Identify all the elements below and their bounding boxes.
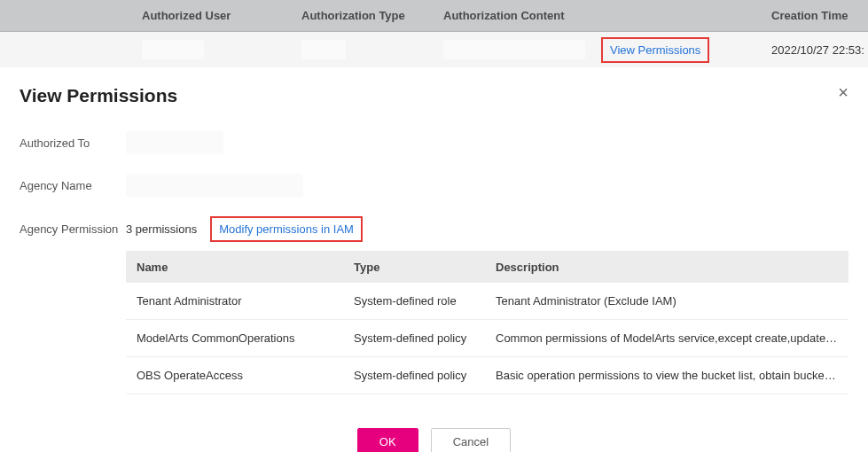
header-authorized-user: Authorized User [142,9,301,22]
header-authorization-content: Authorization Content [443,9,771,22]
table-row: View Permissions 2022/10/27 22:53: [0,32,868,67]
permissions-table: Name Type Description Tenant Administrat… [126,251,848,394]
table-row: OBS OperateAccess System-defined policy … [126,357,848,394]
perm-type: System-defined policy [343,369,485,382]
perm-description: Common permissions of ModelArts service,… [485,331,848,345]
perm-name: OBS OperateAccess [126,369,343,382]
dialog-title: View Permissions [20,85,848,106]
label-agency-name: Agency Name [20,179,126,192]
cell-authorization-type [301,40,443,59]
label-authorized-to: Authorized To [20,136,126,150]
table-row: ModelArts CommonOperations System-define… [126,320,848,357]
perm-header-name: Name [126,261,343,274]
redacted-value [142,40,204,59]
highlight-view-permissions: View Permissions [601,37,709,63]
view-permissions-dialog: × View Permissions Authorized To Agency … [0,67,868,452]
field-agency-name: Agency Name [20,174,848,197]
header-creation-time: Creation Time [771,9,868,22]
field-agency-permission: Agency Permission 3 permissions Modify p… [20,216,848,242]
close-icon[interactable]: × [838,83,848,101]
modify-permissions-link[interactable]: Modify permissions in IAM [219,222,354,236]
permission-count: 3 permissions [126,222,197,236]
header-authorization-type: Authorization Type [301,9,443,22]
table-row: Tenant Administrator System-defined role… [126,283,848,320]
main-table-header: Authorized User Authorization Type Autho… [0,0,868,32]
cell-authorization-content: View Permissions [443,37,771,63]
highlight-modify-permissions: Modify permissions in IAM [210,216,363,242]
perm-header-type: Type [343,261,485,274]
permissions-table-header: Name Type Description [126,251,848,283]
view-permissions-link[interactable]: View Permissions [610,43,700,57]
cell-authorized-user [142,40,301,59]
label-agency-permission: Agency Permission [20,222,126,236]
redacted-value [443,40,585,59]
ok-button[interactable]: OK [357,428,418,452]
perm-header-description: Description [485,261,848,274]
perm-name: ModelArts CommonOperations [126,331,343,345]
cancel-button[interactable]: Cancel [431,428,511,452]
redacted-value [126,174,303,197]
perm-type: System-defined role [343,294,485,308]
perm-name: Tenant Administrator [126,294,343,308]
perm-type: System-defined policy [343,331,485,345]
dialog-button-row: OK Cancel [20,428,848,452]
cell-creation-time: 2022/10/27 22:53: [771,43,868,57]
redacted-value [301,40,346,59]
field-authorized-to: Authorized To [20,131,848,154]
redacted-value [126,131,223,154]
perm-description: Tenant Administrator (Exclude IAM) [485,294,848,308]
perm-description: Basic operation permissions to view the … [485,369,848,382]
